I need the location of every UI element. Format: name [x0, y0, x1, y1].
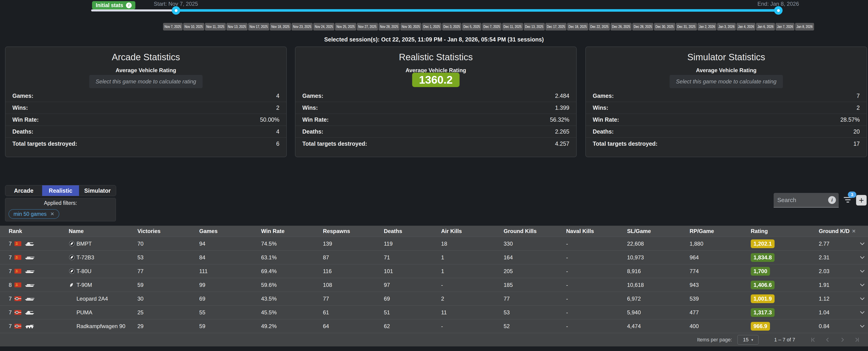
slider-track-unselected[interactable]: [91, 9, 176, 11]
session-date-chip[interactable]: Nov 11, 2025: [205, 23, 226, 30]
table-row[interactable]: 7BMPT709474.5%13911918330-22,6081,8801,2…: [0, 237, 868, 251]
cell-ground-kills: 205: [504, 268, 566, 274]
tab-realistic[interactable]: Realistic: [42, 185, 79, 196]
stat-row: Wins:1.399: [296, 102, 576, 114]
slider-handle-end[interactable]: [774, 6, 782, 14]
slider-track-selected[interactable]: [176, 9, 778, 12]
column-header-sl-game[interactable]: SL/Game: [627, 228, 690, 234]
session-date-chip[interactable]: Jan 6, 2026: [756, 23, 775, 30]
session-date-chip[interactable]: Nov 27, 2025: [357, 23, 378, 30]
table-row[interactable]: 8T-90M599959.6%10897-185-10,6189431,406.…: [0, 278, 868, 292]
last-page-button[interactable]: [854, 337, 860, 343]
expand-row-button[interactable]: [857, 311, 868, 314]
expand-row-button[interactable]: [857, 256, 868, 259]
column-header-ground-kills[interactable]: Ground Kills: [504, 228, 566, 234]
rating-badge: 1,406.6: [751, 281, 775, 289]
column-header-air-kills[interactable]: Air Kills: [441, 228, 504, 234]
session-date-chip[interactable]: Dec 31, 2025: [676, 23, 697, 30]
mode-hint: Select this game mode to calculate ratin…: [670, 75, 783, 88]
session-date-chip[interactable]: Nov 24, 2025: [313, 23, 335, 30]
table-row[interactable]: 7PUMA255545.5%61511153-5,9404771,317.31.…: [0, 305, 868, 319]
column-header-naval-kills[interactable]: Naval Kills: [566, 228, 627, 234]
session-date-chip[interactable]: Nov 13, 2025: [226, 23, 248, 30]
ifv-icon: [24, 310, 35, 315]
session-date-chip[interactable]: Dec 5, 2025: [462, 23, 482, 30]
session-date-chip[interactable]: Nov 7, 2025: [163, 23, 183, 30]
simulator-stats-card: Simulator Statistics Average Vehicle Rat…: [585, 47, 867, 157]
cell-win-rate: 59.6%: [261, 282, 323, 288]
session-date-chip[interactable]: Jan 7, 2026: [775, 23, 795, 30]
cell-naval-kills: -: [566, 240, 627, 247]
session-date-chip[interactable]: Nov 23, 2025: [291, 23, 313, 30]
session-date-chip[interactable]: Jan 2, 2026: [698, 23, 716, 30]
table-row[interactable]: 7Leopard 2A4306943.5%7769277-6,9725391,0…: [0, 292, 868, 305]
close-icon[interactable]: ✕: [50, 211, 54, 217]
clear-sort-icon[interactable]: ✕: [852, 228, 856, 234]
stat-label: Wins:: [12, 105, 28, 111]
info-icon[interactable]: i: [828, 196, 836, 204]
session-date-chip[interactable]: Nov 28, 2025: [379, 23, 400, 30]
cell-air-kills: -: [441, 323, 504, 329]
session-date-chip[interactable]: Jan 8, 2026: [795, 23, 814, 30]
mode-hint: Select this game mode to calculate ratin…: [89, 75, 203, 88]
session-date-chip[interactable]: Nov 18, 2025: [270, 23, 291, 30]
session-date-chip[interactable]: Dec 1, 2025: [422, 23, 441, 30]
first-page-button[interactable]: [810, 337, 816, 343]
session-date-chip[interactable]: Dec 3, 2025: [442, 23, 462, 30]
session-date-chip[interactable]: Nov 10, 2025: [183, 23, 204, 30]
expand-row-button[interactable]: [857, 297, 868, 300]
vehicle-name-cell: Radkampfwagen 90: [69, 323, 137, 329]
add-filter-button[interactable]: +: [856, 195, 867, 206]
column-header-rating[interactable]: Rating: [751, 228, 819, 234]
session-date-chip[interactable]: Jan 4, 2026: [737, 23, 755, 30]
filter-chip-min-50-games[interactable]: min 50 games ✕: [8, 209, 59, 219]
cell-air-kills: 11: [441, 309, 504, 316]
column-header-win-rate[interactable]: Win Rate: [261, 228, 323, 234]
expand-row-button[interactable]: [857, 325, 868, 328]
column-header-victories[interactable]: Victories: [137, 228, 199, 234]
search-field[interactable]: i: [774, 193, 839, 208]
session-date-chip[interactable]: Dec 13, 2025: [524, 23, 545, 30]
column-header-deaths[interactable]: Deaths: [384, 228, 441, 234]
tab-arcade[interactable]: Arcade: [5, 185, 42, 196]
page-size-select[interactable]: 15 ▾: [738, 335, 758, 345]
table-row[interactable]: 7T-72B3538463.1%87711164-10,9739641,834.…: [0, 251, 868, 264]
session-date-chip[interactable]: Nov 30, 2025: [400, 23, 422, 30]
column-header-ground-k-d[interactable]: Ground K/D✕↓: [819, 228, 857, 234]
session-date-chip[interactable]: Dec 30, 2025: [654, 23, 675, 30]
info-icon[interactable]: i: [126, 2, 132, 8]
search-input[interactable]: [774, 197, 828, 204]
session-date-chip[interactable]: Dec 28, 2025: [632, 23, 654, 30]
session-date-chip[interactable]: Dec 18, 2025: [567, 23, 588, 30]
premium-leaf-icon: [69, 240, 75, 247]
session-date-chip[interactable]: Dec 7, 2025: [482, 23, 502, 30]
filter-button[interactable]: [843, 197, 852, 204]
expand-row-button[interactable]: [857, 242, 868, 245]
expand-row-button[interactable]: [857, 284, 868, 286]
session-date-chip[interactable]: Dec 17, 2025: [545, 23, 567, 30]
column-header-name[interactable]: Name: [69, 228, 137, 234]
initial-stats-badge[interactable]: Initial stats i: [92, 1, 135, 9]
next-page-button[interactable]: [839, 337, 845, 343]
column-header-rank[interactable]: Rank: [0, 228, 69, 234]
session-date-chip[interactable]: Jan 3, 2026: [717, 23, 736, 30]
column-header-rp-game[interactable]: RP/Game: [690, 228, 751, 234]
table-row[interactable]: 7T-80U7711169.4%1161011205-8,9167741,700…: [0, 264, 868, 278]
tab-simulator[interactable]: Simulator: [79, 185, 116, 196]
previous-page-button[interactable]: [825, 337, 831, 343]
cell-victories: 59: [137, 282, 199, 288]
slider-handle-start[interactable]: [172, 6, 180, 14]
cell-win-rate: 49.2%: [261, 323, 323, 329]
session-date-chip[interactable]: Dec 22, 2025: [589, 23, 610, 30]
vehicle-name-cell: BMPT: [69, 240, 137, 247]
cell-deaths: 62: [384, 323, 441, 329]
table-row[interactable]: 7Radkampfwagen 90295949.2%6462-52-4,4744…: [0, 319, 868, 333]
stat-value: 2: [857, 105, 860, 111]
column-header-respawns[interactable]: Respawns: [323, 228, 384, 234]
session-date-chip[interactable]: Dec 26, 2025: [611, 23, 632, 30]
session-date-chip[interactable]: Dec 11, 2025: [502, 23, 523, 30]
column-header-games[interactable]: Games: [199, 228, 261, 234]
session-date-chip[interactable]: Nov 17, 2025: [248, 23, 269, 30]
expand-row-button[interactable]: [857, 270, 868, 273]
session-date-chip[interactable]: Nov 25, 2025: [335, 23, 356, 30]
